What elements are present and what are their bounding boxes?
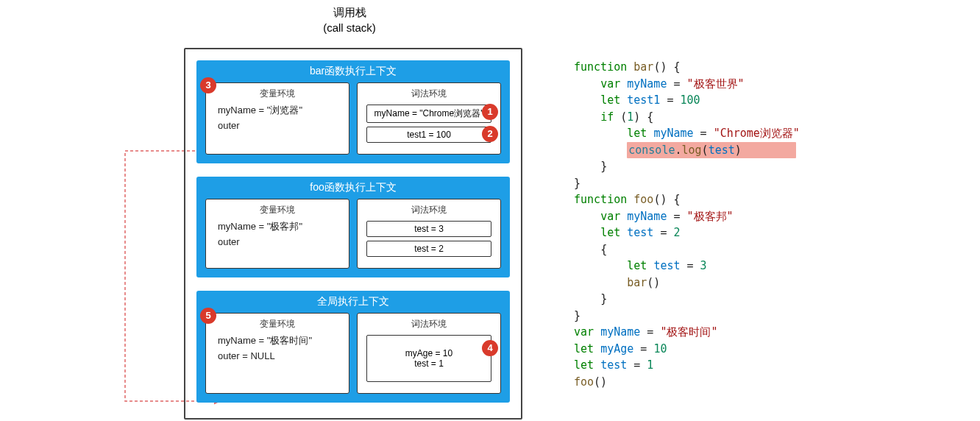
foo-lex-env-label: 词法环境 bbox=[363, 204, 494, 216]
tok: () { bbox=[653, 193, 680, 206]
context-foo: foo函数执行上下文 变量环境 myName = "极客邦" outer 词法环… bbox=[196, 177, 510, 277]
tok: { bbox=[600, 243, 607, 256]
foo-var-env: 变量环境 myName = "极客邦" outer bbox=[205, 199, 349, 269]
tok: } bbox=[600, 160, 607, 173]
var-line: myName = "极客时间" bbox=[218, 333, 343, 349]
tok: var bbox=[600, 210, 620, 223]
context-bar: bar函数执行上下文 3 变量环境 myName = "浏览器" outer 词… bbox=[196, 60, 510, 163]
tok: let bbox=[574, 358, 594, 372]
context-global-title: 全局执行上下文 bbox=[198, 292, 508, 313]
tok: if bbox=[600, 110, 614, 124]
tok: myName bbox=[653, 127, 693, 140]
tok: test bbox=[600, 358, 627, 372]
code-snippet: function bar() { var myName = "极客世界" let… bbox=[574, 59, 905, 390]
lex-slot: test = 3 bbox=[366, 221, 491, 237]
tok: let bbox=[600, 93, 620, 107]
tok: foo bbox=[574, 375, 594, 389]
tok: ) { bbox=[633, 110, 653, 124]
tok: ( bbox=[702, 144, 709, 157]
badge-4: 4 bbox=[482, 340, 498, 356]
tok: } bbox=[600, 292, 607, 305]
title-en: (call stack) bbox=[173, 20, 526, 35]
slot-text: myAge = 10 test = 1 bbox=[405, 348, 452, 369]
tok: let bbox=[627, 259, 647, 272]
tok: = bbox=[660, 93, 680, 107]
tok: let bbox=[627, 127, 647, 140]
tok: = bbox=[667, 77, 686, 91]
tok: = bbox=[694, 127, 714, 140]
var-line: myName = "极客邦" bbox=[218, 219, 343, 235]
context-global: 全局执行上下文 5 变量环境 myName = "极客时间" outer = N… bbox=[196, 291, 510, 403]
tok: = bbox=[681, 259, 700, 272]
tok: = bbox=[640, 325, 660, 339]
tok: log bbox=[682, 144, 702, 157]
bar-var-env: 3 变量环境 myName = "浏览器" outer bbox=[205, 82, 349, 155]
tok: let bbox=[600, 226, 620, 239]
tok: } bbox=[574, 309, 580, 322]
tok: "极客世界" bbox=[687, 77, 745, 91]
diagram-title: 调用栈 (call stack) bbox=[173, 4, 526, 35]
lex-slot: myAge = 10 test = 1 4 bbox=[366, 335, 491, 382]
tok: myAge bbox=[600, 342, 633, 355]
lex-slot: myName = "Chrome浏览器" 1 bbox=[366, 105, 491, 123]
tok: = bbox=[633, 342, 653, 355]
tok: var bbox=[574, 325, 594, 339]
tok: = bbox=[667, 210, 686, 223]
var-line: outer = NULL bbox=[218, 349, 343, 364]
global-lex-env-label: 词法环境 bbox=[363, 318, 494, 330]
tok: test bbox=[653, 259, 680, 272]
tok: ( bbox=[614, 110, 627, 124]
tok: = bbox=[627, 358, 647, 372]
tok: var bbox=[600, 77, 620, 91]
tok: 1 bbox=[647, 358, 653, 372]
global-var-env-content: myName = "极客时间" outer = NULL bbox=[212, 333, 343, 364]
foo-var-env-label: 变量环境 bbox=[212, 204, 343, 216]
tok: function bbox=[574, 60, 627, 74]
bar-lex-env-label: 词法环境 bbox=[363, 88, 494, 100]
context-bar-title: bar函数执行上下文 bbox=[198, 62, 508, 82]
tok: "极客邦" bbox=[687, 210, 734, 223]
global-var-env-label: 变量环境 bbox=[212, 318, 343, 330]
lex-slot: test = 2 bbox=[366, 241, 491, 257]
tok: } bbox=[574, 177, 580, 190]
slot-text: myName = "Chrome浏览器" bbox=[374, 108, 484, 118]
var-line: outer bbox=[218, 235, 343, 250]
tok: myName bbox=[627, 77, 667, 91]
tok: () { bbox=[653, 60, 680, 74]
tok: bar bbox=[633, 60, 653, 74]
tok: 2 bbox=[673, 226, 680, 239]
var-line: myName = "浏览器" bbox=[218, 103, 343, 118]
badge-1: 1 bbox=[482, 104, 498, 120]
tok: foo bbox=[633, 193, 653, 206]
tok: () bbox=[594, 375, 607, 389]
tok: test1 bbox=[627, 93, 660, 107]
tok: myName bbox=[600, 325, 640, 339]
tok: test bbox=[709, 144, 735, 157]
tok: bar bbox=[627, 276, 647, 289]
badge-3: 3 bbox=[200, 77, 216, 93]
global-var-env: 5 变量环境 myName = "极客时间" outer = NULL bbox=[205, 313, 349, 394]
tok: 100 bbox=[681, 93, 700, 107]
bar-var-env-content: myName = "浏览器" outer bbox=[212, 103, 343, 134]
highlighted-line: console.log(test) bbox=[627, 142, 796, 159]
tok: let bbox=[574, 342, 594, 355]
context-foo-title: foo函数执行上下文 bbox=[198, 178, 508, 199]
tok: () bbox=[647, 276, 660, 289]
badge-2: 2 bbox=[482, 126, 498, 142]
var-line: outer bbox=[218, 118, 343, 134]
tok: . bbox=[675, 144, 681, 157]
tok: "Chrome浏览器" bbox=[714, 127, 800, 140]
tok: 3 bbox=[700, 259, 707, 272]
tok: 10 bbox=[653, 342, 667, 355]
foo-lex-env: 词法环境 test = 3 test = 2 bbox=[357, 199, 501, 269]
tok: 1 bbox=[627, 110, 633, 124]
title-zh: 调用栈 bbox=[173, 4, 526, 20]
tok: ) bbox=[735, 144, 742, 157]
call-stack-box: bar函数执行上下文 3 变量环境 myName = "浏览器" outer 词… bbox=[184, 48, 522, 420]
tok: function bbox=[574, 193, 627, 206]
lex-slot: test1 = 100 2 bbox=[366, 127, 491, 143]
slot-text: test1 = 100 bbox=[407, 130, 451, 140]
tok: test bbox=[627, 226, 653, 239]
foo-var-env-content: myName = "极客邦" outer bbox=[212, 219, 343, 250]
tok: myName bbox=[627, 210, 667, 223]
